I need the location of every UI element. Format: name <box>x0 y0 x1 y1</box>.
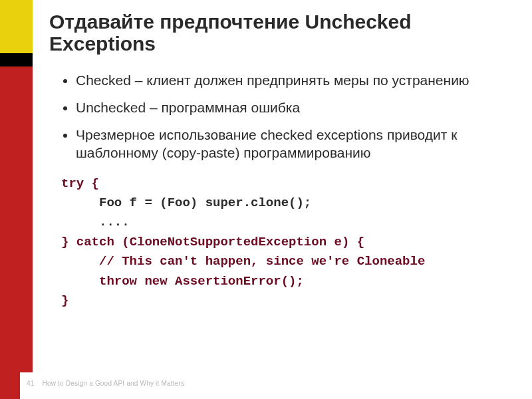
code-text: AssertionError(); <box>168 274 304 289</box>
accent-stripe-black <box>0 53 33 66</box>
code-keyword: throw new <box>99 274 168 289</box>
slide-content: Checked – клиент должен предпринять меры… <box>63 72 505 311</box>
code-keyword: try <box>61 176 84 191</box>
code-text: .... <box>61 215 130 229</box>
code-block: try { Foo f = (Foo) super.clone(); .... … <box>61 174 505 311</box>
code-keyword: catch <box>76 235 114 249</box>
slide: Отдавайте предпочтение Unchecked Excepti… <box>0 0 532 399</box>
bullet-item: Unchecked – программная ошибка <box>76 99 505 117</box>
code-text: } <box>61 235 76 249</box>
code-text: } <box>61 293 68 308</box>
code-text: (CloneNotSupportedException e) { <box>114 235 364 249</box>
accent-stripe-red-narrow <box>0 66 20 399</box>
code-text: { <box>84 176 99 191</box>
slide-title: Отдавайте предпочтение Unchecked Excepti… <box>49 11 512 55</box>
accent-stripe-yellow <box>0 0 33 53</box>
page-number: 41 <box>27 380 35 387</box>
bullet-item: Чрезмерное использование checked excepti… <box>76 126 505 162</box>
bullet-item: Checked – клиент должен предпринять меры… <box>76 72 505 90</box>
bullet-list: Checked – клиент должен предпринять меры… <box>63 72 505 162</box>
code-comment: // This can't happen, since we're Clonea… <box>61 254 425 269</box>
code-text: Foo f = (Foo) super.clone(); <box>61 196 311 210</box>
footer-caption: How to Design a Good API and Why it Matt… <box>43 380 185 387</box>
code-text <box>61 274 99 289</box>
slide-footer: 41How to Design a Good API and Why it Ma… <box>27 380 184 387</box>
